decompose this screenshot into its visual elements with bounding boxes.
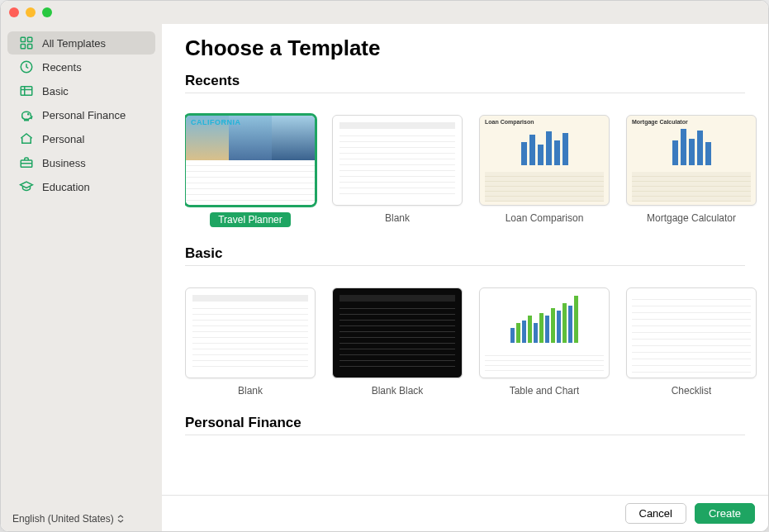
template-label: Table and Chart (510, 385, 580, 397)
svg-rect-5 (21, 87, 32, 96)
template-row (185, 440, 768, 468)
template-label: Blank (238, 385, 263, 397)
section-title: Recents (185, 73, 745, 93)
template-label: Loan Comparison (506, 212, 584, 224)
sidebar-item-label: All Templates (42, 37, 106, 50)
footer: Cancel Create (162, 495, 768, 531)
template-item[interactable]: Blank (332, 115, 463, 227)
section-title: Basic (185, 245, 745, 266)
template-row: CALIFORNIATravel PlannerBlankLoan Compar… (185, 98, 768, 239)
template-label: Mortgage Calculator (647, 212, 736, 224)
template-label: Checklist (672, 385, 712, 397)
grad-icon (19, 179, 34, 194)
language-label: English (United States) (12, 513, 114, 525)
sidebar-item-all-templates[interactable]: All Templates (7, 31, 155, 55)
sidebar-item-business[interactable]: Business (7, 151, 155, 174)
template-thumbnail (332, 287, 463, 378)
sidebar-item-label: Business (42, 157, 86, 169)
sidebar-item-personal[interactable]: Personal (7, 127, 155, 150)
template-thumbnail (479, 287, 610, 378)
sidebar-item-basic[interactable]: Basic (7, 79, 155, 102)
svg-rect-0 (21, 37, 25, 41)
section-title: Personal Finance (185, 415, 745, 435)
minimize-icon[interactable] (26, 7, 36, 17)
template-item[interactable]: Table and Chart (479, 287, 610, 397)
template-thumbnail (185, 287, 316, 378)
template-thumbnail (332, 115, 463, 206)
template-chooser-window: All TemplatesRecentsBasicPersonal Financ… (0, 0, 769, 532)
sidebar-item-label: Basic (42, 85, 69, 97)
home-icon (19, 131, 34, 146)
template-label: Blank Black (372, 385, 424, 397)
template-thumbnail: CALIFORNIA (185, 115, 316, 206)
sidebar: All TemplatesRecentsBasicPersonal Financ… (1, 24, 162, 531)
piggy-icon (19, 107, 34, 122)
window-body: All TemplatesRecentsBasicPersonal Financ… (1, 24, 768, 531)
zoom-icon[interactable] (42, 7, 52, 17)
template-item[interactable]: Checklist (626, 287, 757, 397)
sidebar-item-label: Recents (42, 61, 82, 74)
template-item[interactable]: Mortgage CalculatorMortgage Calculator (626, 115, 757, 227)
sidebar-item-label: Personal (42, 133, 84, 145)
sidebar-item-education[interactable]: Education (7, 175, 155, 198)
template-label: Travel Planner (210, 212, 291, 227)
template-thumbnail: Mortgage Calculator (626, 115, 757, 206)
titlebar (1, 1, 768, 24)
sidebar-item-label: Personal Finance (42, 109, 126, 121)
grid-icon (19, 36, 34, 50)
create-button[interactable]: Create (695, 503, 755, 524)
sidebar-item-personal-finance[interactable]: Personal Finance (7, 103, 155, 126)
svg-point-6 (28, 114, 29, 115)
template-thumbnail: Loan Comparison (479, 115, 610, 206)
main-panel: Choose a Template RecentsCALIFORNIATrave… (162, 24, 768, 531)
template-item[interactable]: Blank Black (332, 287, 463, 397)
template-item[interactable]: Loan ComparisonLoan Comparison (479, 115, 610, 227)
language-picker[interactable]: English (United States) (1, 506, 162, 531)
template-item[interactable]: CALIFORNIATravel Planner (185, 115, 316, 227)
page-title: Choose a Template (185, 36, 768, 61)
chevron-updown-icon (117, 515, 124, 523)
template-row: BlankBlank BlackTable and ChartChecklist… (185, 271, 768, 408)
sidebar-item-label: Education (42, 181, 90, 193)
template-label: Blank (385, 212, 410, 224)
svg-rect-2 (21, 45, 25, 49)
clock-icon (19, 59, 34, 74)
close-icon[interactable] (9, 7, 19, 17)
svg-rect-3 (28, 45, 32, 49)
cancel-button[interactable]: Cancel (625, 503, 686, 524)
template-thumbnail (626, 287, 757, 378)
sidebar-item-recents[interactable]: Recents (7, 55, 155, 78)
svg-rect-1 (28, 37, 32, 41)
briefcase-icon (19, 155, 34, 170)
template-scroll[interactable]: Choose a Template RecentsCALIFORNIATrave… (162, 24, 768, 495)
table-icon (19, 83, 34, 98)
sidebar-list: All TemplatesRecentsBasicPersonal Financ… (1, 31, 162, 506)
template-item[interactable]: Blank (185, 287, 316, 397)
